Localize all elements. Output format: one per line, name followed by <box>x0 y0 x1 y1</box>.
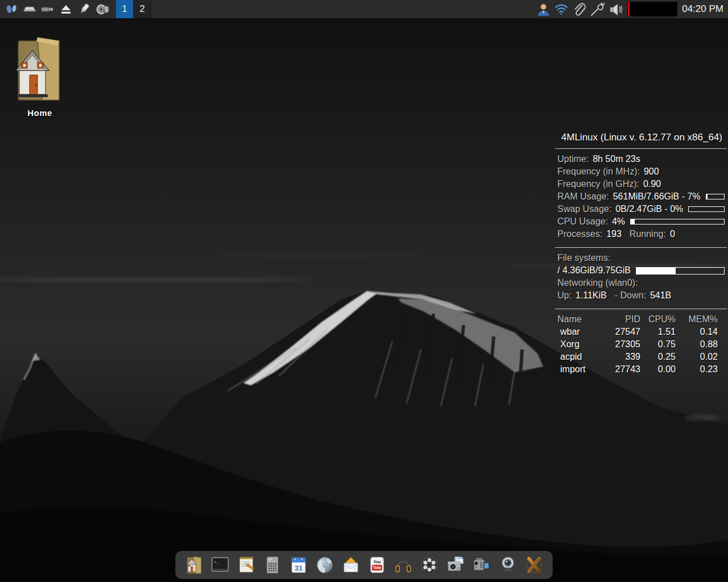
ram-bar <box>706 194 725 199</box>
swap-value: 0B/2.47GiB - 0% <box>615 203 683 215</box>
process-header-mem: MEM% <box>676 313 718 326</box>
updown-row: Up: 1.11KiB - Down: 541B <box>555 289 727 302</box>
conky-divider <box>555 309 727 309</box>
cpu-row: CPU Usage: 4% <box>555 215 727 228</box>
workspace-2[interactable]: 2 <box>134 0 151 18</box>
conky-monitor: 4MLinux (Linux v. 6.12.77 on x86_64) Upt… <box>555 132 727 376</box>
cpu-history-graph <box>627 2 677 16</box>
process-header-cpu: CPU% <box>640 313 676 326</box>
usb-drive-icon[interactable] <box>40 1 56 17</box>
process-cell: Xorg <box>557 338 597 351</box>
uptime-row: Uptime: 8h 50m 23s <box>555 153 727 165</box>
pen-tool-icon[interactable] <box>76 1 92 17</box>
speaker-icon[interactable] <box>94 1 110 17</box>
conky-title: 4MLinux (Linux v. 6.12.77 on x86_64) <box>555 132 727 143</box>
process-cell: 0.23 <box>676 363 718 376</box>
uptime-value: 8h 50m 23s <box>593 153 640 165</box>
dock-text-editor-icon[interactable] <box>235 554 257 576</box>
dock-webcam-icon[interactable] <box>497 554 519 576</box>
process-cell: 0.02 <box>676 351 718 363</box>
process-cell: 27305 <box>597 338 640 351</box>
freq-mhz-label: Frequency (in MHz): <box>557 165 640 178</box>
dock: >_ 1256 <box>175 551 553 579</box>
process-cell: 0.88 <box>676 338 718 351</box>
dock-calculator-icon[interactable]: 1256 <box>262 554 283 576</box>
freq-ghz-row: Frequency (in GHz): 0.90 <box>555 178 727 190</box>
conky-divider <box>555 247 727 248</box>
process-header-name: Name <box>557 313 597 326</box>
dock-xorg-icon[interactable] <box>523 554 545 576</box>
process-cell: 0.00 <box>640 363 676 376</box>
uptime-label: Uptime: <box>557 153 589 165</box>
dock-mail-icon[interactable] <box>340 554 362 576</box>
dock-home-folder-icon[interactable] <box>183 554 205 576</box>
networking-row: Networking (wlan0): <box>555 277 727 289</box>
down-label: - Down: <box>615 289 646 302</box>
down-value: 541B <box>650 289 671 302</box>
panel-clock: 04:20 PM <box>682 3 723 15</box>
dock-music-player-icon[interactable] <box>392 554 414 576</box>
dock-web-browser-icon[interactable] <box>314 554 336 576</box>
dock-camera-icon[interactable] <box>445 554 466 576</box>
process-cell: import <box>557 363 597 376</box>
swap-label: Swap Usage: <box>557 203 611 215</box>
process-cell: 0.75 <box>640 338 676 351</box>
process-cell: 339 <box>597 351 640 363</box>
user-icon[interactable] <box>535 1 551 17</box>
processes-value: 193 <box>606 228 622 240</box>
process-cell: 1.51 <box>640 326 676 338</box>
wifi-icon[interactable] <box>553 1 569 17</box>
disc-drive-icon[interactable] <box>22 1 38 17</box>
process-header-pid: PID <box>597 313 640 326</box>
swap-bar <box>688 206 725 212</box>
eject-icon[interactable] <box>58 1 74 17</box>
youtube-bottom-text: Tube <box>373 566 382 569</box>
fs-root-bar <box>636 267 725 275</box>
terminal-prompt-text: >_ <box>214 560 220 564</box>
youtube-top-text: You <box>374 560 381 564</box>
freq-ghz-value: 0.90 <box>643 178 661 190</box>
process-cell: 27547 <box>597 326 640 338</box>
home-folder-large-icon <box>10 34 66 107</box>
swap-row: Swap Usage: 0B/2.47GiB - 0% <box>555 203 727 215</box>
dock-video-player-icon[interactable] <box>419 554 440 576</box>
cpu-label: CPU Usage: <box>557 215 608 228</box>
workspace-1[interactable]: 1 <box>116 0 134 18</box>
calendar-day-text: 31 <box>295 564 303 572</box>
running-label: Running: <box>630 228 666 240</box>
process-cell: 27743 <box>597 363 640 376</box>
up-label: Up: <box>557 289 572 302</box>
calculator-display-text: 1256 <box>270 559 276 562</box>
dock-calendar-icon[interactable]: 31 <box>288 554 309 576</box>
ram-value: 561MiB/7.66GiB - 7% <box>613 190 701 203</box>
volume-icon[interactable] <box>608 1 624 17</box>
cpu-value: 4% <box>612 215 625 228</box>
graph-marker <box>628 2 630 16</box>
dock-youtube-icon[interactable]: You Tube <box>366 554 388 576</box>
up-value: 1.11KiB <box>576 289 607 302</box>
process-cell: wbar <box>557 326 597 338</box>
paperclip-icon[interactable] <box>572 1 588 17</box>
footprints-icon[interactable] <box>3 1 19 17</box>
processes-label: Processes: <box>557 228 602 240</box>
running-value: 0 <box>670 228 675 240</box>
dock-terminal-icon[interactable]: >_ <box>209 554 231 576</box>
freq-mhz-value: 900 <box>644 165 659 178</box>
processes-row: Processes: 193 Running: 0 <box>555 228 727 240</box>
process-cell: 0.25 <box>640 351 676 363</box>
conky-divider <box>555 148 727 149</box>
filesystems-label: File systems: <box>557 252 610 264</box>
process-table: Name PID CPU% MEM% wbar275471.510.14Xorg… <box>555 313 727 376</box>
ram-label: RAM Usage: <box>557 190 609 203</box>
dock-camcorder-icon[interactable] <box>471 554 493 576</box>
fs-root-row: / 4.36GiB/9.75GiB <box>555 264 727 277</box>
top-panel: 1 2 <box>0 0 728 19</box>
freq-ghz-label: Frequency (in GHz): <box>557 178 639 190</box>
networking-label: Networking (wlan0): <box>557 277 638 289</box>
power-plug-icon[interactable] <box>590 1 606 17</box>
cpu-bar <box>630 219 725 225</box>
workspace-pager: 1 2 <box>116 0 151 18</box>
desktop-icon-home[interactable]: Home <box>10 34 69 118</box>
process-cell: acpid <box>557 351 597 363</box>
fs-root-value: / 4.36GiB/9.75GiB <box>557 264 631 277</box>
